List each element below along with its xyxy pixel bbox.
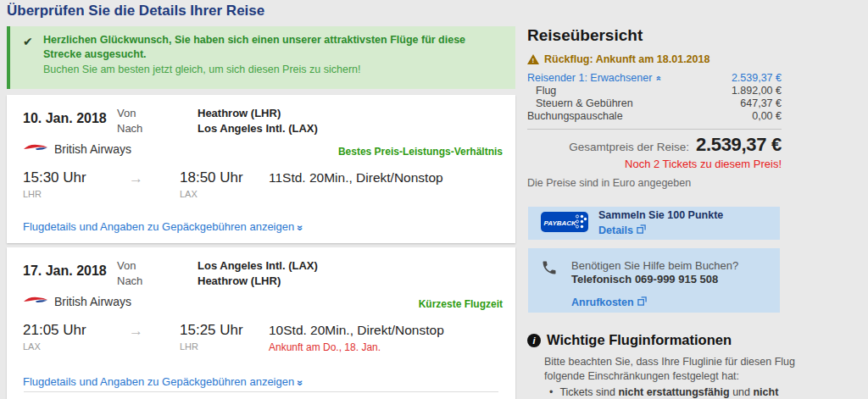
price-row-flight: Flug 1.892,00 € bbox=[527, 85, 782, 97]
traveler-row: Reisender 1: Erwachsener » 2.539,37 € bbox=[527, 72, 782, 85]
flight-info-bullet: •Tickets sind nicht erstattungsfähig und… bbox=[549, 386, 804, 398]
price-row-value: 0,00 € bbox=[752, 110, 782, 123]
divider bbox=[24, 391, 498, 392]
chevrons-down-icon: » bbox=[295, 225, 305, 231]
bullet-bold-text: nicht bbox=[753, 386, 778, 398]
total-price-value: 2.539,37 € bbox=[696, 134, 782, 156]
times-row: 15:30 Uhr LHR → 18:50 Uhr LAX 11Std. 20M… bbox=[23, 169, 443, 199]
traveler-toggle[interactable]: Reisender 1: Erwachsener » bbox=[527, 72, 660, 85]
alert-subline: Buchen Sie am besten jetzt gleich, um si… bbox=[43, 63, 500, 77]
flight-info-paragraph: Bitte beachten Sie, dass Ihre Fluglinie … bbox=[544, 355, 795, 384]
bullet-text: Tickets sind bbox=[559, 386, 618, 398]
alert-headline: Herzlichen Glückwunsch, Sie haben sich e… bbox=[43, 33, 500, 62]
from-airport: Heathrow (LHR) bbox=[198, 106, 281, 121]
page-title: Überprüfen Sie die Details Ihrer Reise bbox=[7, 3, 264, 19]
price-row-label: Flug bbox=[527, 85, 556, 97]
departure-time: 15:30 Uhr bbox=[23, 169, 129, 186]
check-icon: ✔ bbox=[23, 35, 33, 48]
payback-promo-box: PAYBACK Sammeln Sie 100 Punkte Details bbox=[528, 207, 780, 240]
from-label: Von bbox=[117, 106, 198, 121]
alert-text: Herzlichen Glückwunsch, Sie haben sich e… bbox=[43, 33, 500, 77]
call-costs-link[interactable]: Anrufkosten bbox=[571, 296, 647, 308]
currency-note: Die Preise sind in Euro angegeben bbox=[527, 177, 691, 189]
british-airways-logo-icon bbox=[23, 294, 48, 308]
phone-icon bbox=[541, 259, 558, 309]
chevrons-down-icon: » bbox=[295, 380, 305, 386]
payback-points-text: Sammeln Sie 100 Punkte bbox=[598, 209, 723, 222]
warning-text: Rückflug: Ankunft am 18.01.2018 bbox=[544, 53, 709, 65]
flight-date: 17. Jan. 2018 bbox=[23, 263, 107, 279]
arrival-airport-code: LHR bbox=[180, 341, 269, 352]
flight-details-link[interactable]: Flugdetails und Angaben zu Gepäckgebühre… bbox=[23, 375, 303, 388]
to-airport: Los Angeles Intl. (LAX) bbox=[198, 121, 318, 136]
bullet-bold-text: nicht erstattungsfähig bbox=[618, 386, 729, 398]
airline-row: British Airways bbox=[23, 141, 131, 156]
flight-card-outbound: 10. Jan. 2018 Von Heathrow (LHR) Nach Lo… bbox=[7, 95, 515, 243]
departure-airport-code: LHR bbox=[23, 189, 129, 199]
warning-icon: ! bbox=[527, 54, 539, 64]
arrival-time: 15:25 Uhr bbox=[180, 322, 269, 339]
flight-info-title: Wichtige Fluginformationen bbox=[547, 332, 732, 348]
flight-details-link-label: Flugdetails und Angaben zu Gepäckgebühre… bbox=[23, 375, 294, 388]
airline-row: British Airways bbox=[23, 294, 131, 308]
departure-airport-code: LAX bbox=[23, 341, 129, 352]
help-question: Benötigen Sie Hilfe beim Buchen? bbox=[571, 259, 738, 272]
times-row: 21:05 Uhr LAX → 15:25 Uhr LHR 10Std. 20M… bbox=[23, 322, 444, 353]
fare-badge: Bestes Preis-Leistungs-Verhältnis bbox=[338, 146, 503, 158]
payback-logo-icon: PAYBACK bbox=[541, 212, 588, 236]
flight-details-link[interactable]: Flugdetails und Angaben zu Gepäckgebühre… bbox=[23, 220, 303, 233]
arrival-time: 18:50 Uhr bbox=[180, 169, 269, 186]
fare-badge: Kürzeste Flugzeit bbox=[419, 298, 503, 310]
flight-date: 10. Jan. 2018 bbox=[23, 111, 107, 126]
to-airport: Heathrow (LHR) bbox=[198, 274, 281, 289]
flight-card-return: 17. Jan. 2018 Von Los Angeles Intl. (LAX… bbox=[7, 247, 515, 399]
info-icon: i bbox=[527, 334, 541, 347]
arrow-icon: → bbox=[129, 169, 180, 187]
airline-name: British Airways bbox=[54, 295, 131, 308]
summary-title: Reiseübersicht bbox=[527, 26, 643, 45]
return-arrival-warning: ! Rückflug: Ankunft am 18.01.2018 bbox=[527, 53, 709, 65]
divider bbox=[527, 129, 782, 130]
price-row-value: 647,37 € bbox=[740, 97, 782, 110]
congratulations-alert: ✔ Herzlichen Glückwunsch, Sie haben sich… bbox=[7, 26, 515, 89]
external-link-icon bbox=[637, 296, 647, 308]
flight-details-link-label: Flugdetails und Angaben zu Gepäckgebühre… bbox=[23, 220, 294, 233]
price-row-value: 1.892,00 € bbox=[732, 85, 782, 97]
british-airways-logo-icon bbox=[23, 141, 48, 156]
bullet-text: und bbox=[730, 386, 754, 398]
arrival-day-note: Ankunft am Do., 18. Jan. bbox=[269, 341, 444, 353]
to-label: Nach bbox=[117, 274, 198, 289]
price-row-label: Steuern & Gebühren bbox=[527, 97, 633, 110]
price-breakdown: Reisender 1: Erwachsener » 2.539,37 € Fl… bbox=[527, 72, 782, 123]
route-block: Von Los Angeles Intl. (LAX) Nach Heathro… bbox=[117, 258, 318, 289]
tickets-left-note: Noch 2 Tickets zu diesem Preis! bbox=[527, 158, 782, 170]
from-label: Von bbox=[117, 258, 198, 274]
from-airport: Los Angeles Intl. (LAX) bbox=[198, 258, 318, 274]
to-label: Nach bbox=[117, 121, 198, 136]
phone-help-box: Benötigen Sie Hilfe beim Buchen? Telefon… bbox=[528, 248, 780, 313]
traveler-price: 2.539,37 € bbox=[732, 72, 782, 85]
flight-duration: 11Std. 20Min., Direkt/Nonstop bbox=[269, 169, 443, 186]
price-row-booking-fee: Buchungspauschale 0,00 € bbox=[527, 110, 782, 123]
payback-details-link[interactable]: Details bbox=[598, 224, 646, 236]
chevrons-up-icon: » bbox=[653, 75, 662, 80]
arrival-airport-code: LAX bbox=[180, 189, 269, 199]
svg-text:PAYBACK: PAYBACK bbox=[544, 219, 578, 226]
route-block: Von Heathrow (LHR) Nach Los Angeles Intl… bbox=[117, 106, 318, 136]
price-row-taxes: Steuern & Gebühren 647,37 € bbox=[527, 97, 782, 110]
flight-duration: 10Std. 20Min., Direkt/Nonstop bbox=[269, 322, 444, 338]
payback-details-label: Details bbox=[598, 224, 633, 236]
external-link-icon bbox=[637, 224, 646, 236]
call-costs-label: Anrufkosten bbox=[571, 296, 634, 308]
price-row-label: Buchungspauschale bbox=[527, 110, 623, 123]
departure-time: 21:05 Uhr bbox=[23, 322, 129, 339]
arrow-icon: → bbox=[129, 322, 180, 340]
traveler-label: Reisender 1: Erwachsener bbox=[527, 72, 652, 84]
total-price-label: Gesamtpreis der Reise: bbox=[569, 141, 689, 153]
flight-info-heading: i Wichtige Fluginformationen bbox=[527, 332, 732, 348]
bullet-icon: • bbox=[549, 386, 553, 398]
airline-name: British Airways bbox=[54, 142, 131, 156]
help-phone-number: Telefonisch 069-999 915 508 bbox=[571, 273, 738, 285]
total-price-block: Gesamtpreis der Reise: 2.539,37 € Noch 2… bbox=[527, 134, 782, 170]
